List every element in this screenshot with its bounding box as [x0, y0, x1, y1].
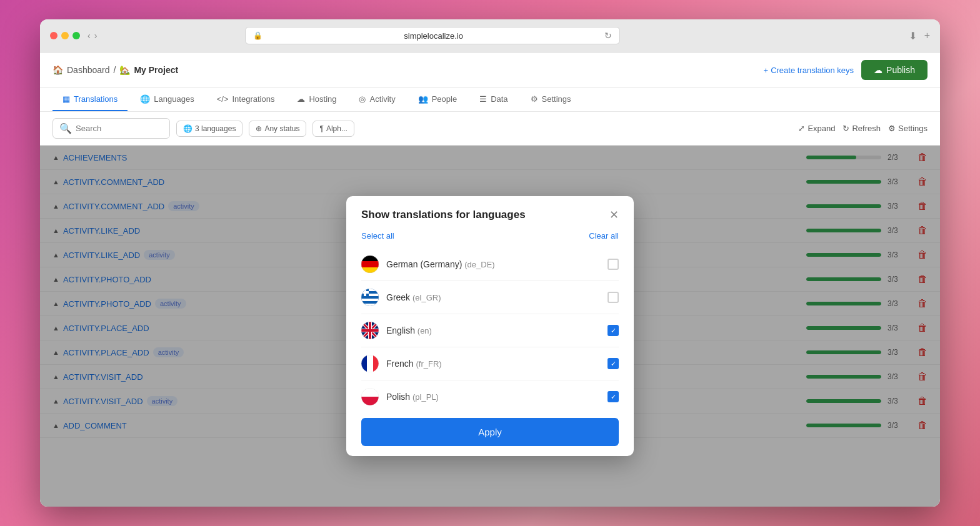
- language-name: English (en): [386, 325, 600, 335]
- svg-rect-15: [361, 301, 379, 304]
- flag-icon: [361, 289, 379, 306]
- modal-title: Show translations for languages: [361, 209, 526, 221]
- create-translation-keys-button[interactable]: + Create translation keys: [764, 66, 854, 75]
- download-icon[interactable]: ⬇: [909, 30, 917, 42]
- hosting-tab-label: Hosting: [309, 94, 336, 104]
- close-button[interactable]: [50, 32, 58, 39]
- language-item[interactable]: French (fr_FR): [361, 347, 619, 380]
- language-name: French (fr_FR): [386, 359, 600, 369]
- refresh-button[interactable]: ↻ Refresh: [842, 124, 881, 133]
- tab-activity[interactable]: ◎ Activity: [349, 88, 405, 111]
- language-code: (en): [418, 326, 432, 335]
- modal-overlay[interactable]: Show translations for languages ✕ Select…: [40, 146, 940, 507]
- language-code: (de_DE): [464, 260, 494, 269]
- select-all-button[interactable]: Select all: [361, 231, 394, 241]
- create-keys-label: Create translation keys: [771, 66, 854, 75]
- people-tab-icon: 👥: [418, 94, 428, 104]
- language-item[interactable]: Polish (pl_PL): [361, 380, 619, 413]
- filter-languages-label: 3 languages: [195, 124, 236, 133]
- language-checkbox[interactable]: [608, 391, 619, 402]
- lock-icon: 🔒: [253, 31, 262, 40]
- filter-globe-icon: 🌐: [183, 124, 192, 133]
- flag-icon: [361, 388, 379, 405]
- activity-tab-label: Activity: [369, 94, 395, 104]
- settings-tab-label: Settings: [542, 94, 571, 104]
- breadcrumb-project-name[interactable]: My Project: [134, 65, 178, 75]
- main-content: ▲ ACHIEVEMENTS 2/3 🗑 ▲ ACTIVITY.COMMENT_…: [40, 146, 940, 507]
- tab-people[interactable]: 👥 People: [408, 88, 467, 111]
- new-tab-icon[interactable]: +: [924, 30, 930, 42]
- settings-tab-icon: ⚙: [531, 94, 538, 104]
- tab-integrations[interactable]: </> Integrations: [207, 88, 285, 111]
- language-item[interactable]: German (Germany) (de_DE): [361, 248, 619, 281]
- data-tab-icon: ☰: [479, 94, 487, 104]
- back-arrow[interactable]: ‹: [88, 31, 91, 41]
- svg-rect-36: [373, 355, 379, 372]
- tab-settings[interactable]: ⚙ Settings: [521, 88, 581, 111]
- language-name: German (Germany) (de_DE): [386, 259, 600, 269]
- svg-rect-30: [361, 329, 379, 332]
- settings-label: Settings: [898, 124, 928, 133]
- activity-tab-icon: ◎: [359, 94, 366, 104]
- flag-icon: [361, 355, 379, 372]
- search-icon: 🔍: [59, 122, 72, 134]
- language-name: Greek (el_GR): [386, 292, 600, 302]
- filter-status-icon: ⊕: [256, 124, 262, 133]
- browser-refresh-icon[interactable]: ↻: [604, 31, 612, 41]
- tab-translations[interactable]: ▦ Translations: [52, 88, 128, 111]
- flag-icon: [361, 322, 379, 339]
- modal-close-button[interactable]: ✕: [609, 209, 619, 221]
- translations-tab-icon: ▦: [62, 94, 70, 104]
- nav-tabs: ▦ Translations 🌐 Languages </> Integrati…: [40, 88, 940, 112]
- tab-hosting[interactable]: ☁ Hosting: [287, 88, 346, 111]
- tab-data[interactable]: ☰ Data: [469, 88, 518, 111]
- clear-all-button[interactable]: Clear all: [589, 231, 619, 241]
- svg-rect-4: [361, 267, 379, 273]
- language-item[interactable]: Greek (el_GR): [361, 281, 619, 314]
- svg-rect-9: [361, 289, 379, 291]
- translations-tab-label: Translations: [74, 94, 118, 104]
- filter-alpha[interactable]: ¶ Alph...: [312, 121, 354, 137]
- filter-alpha-label: Alph...: [326, 124, 348, 133]
- cloud-icon: ☁: [874, 65, 882, 75]
- minimize-button[interactable]: [61, 32, 69, 39]
- publish-button[interactable]: ☁ Publish: [861, 60, 928, 80]
- data-tab-label: Data: [491, 94, 508, 104]
- language-item[interactable]: English (en): [361, 314, 619, 347]
- flag-icon: [361, 256, 379, 273]
- svg-rect-11: [361, 299, 379, 301]
- integrations-tab-icon: </>: [217, 94, 229, 104]
- language-filter-modal: Show translations for languages ✕ Select…: [346, 196, 634, 456]
- language-checkbox[interactable]: [608, 358, 619, 369]
- hosting-tab-icon: ☁: [297, 94, 305, 104]
- breadcrumb-dashboard[interactable]: Dashboard: [67, 65, 110, 75]
- expand-button[interactable]: ⤢ Expand: [798, 124, 835, 133]
- search-box[interactable]: 🔍: [52, 118, 170, 139]
- language-checkbox[interactable]: [608, 325, 619, 336]
- tab-languages[interactable]: 🌐 Languages: [130, 88, 204, 111]
- nav-arrows: ‹ ›: [88, 31, 97, 41]
- apply-button[interactable]: Apply: [361, 418, 619, 446]
- maximize-button[interactable]: [72, 32, 80, 39]
- settings-button[interactable]: ⚙ Settings: [888, 124, 928, 133]
- svg-rect-14: [361, 296, 379, 299]
- svg-rect-34: [361, 355, 367, 372]
- refresh-label: Refresh: [852, 124, 881, 133]
- svg-rect-3: [361, 261, 379, 267]
- language-code: (pl_PL): [412, 392, 439, 402]
- language-checkbox[interactable]: [608, 259, 619, 270]
- address-bar[interactable]: 🔒 simplelocalize.io ↻: [245, 27, 620, 44]
- language-code: (fr_FR): [416, 359, 441, 369]
- filter-alpha-icon: ¶: [319, 124, 323, 133]
- people-tab-label: People: [432, 94, 457, 104]
- plus-icon: +: [764, 66, 769, 75]
- filter-status[interactable]: ⊕ Any status: [249, 121, 306, 137]
- search-input[interactable]: [76, 124, 163, 133]
- svg-rect-41: [361, 397, 379, 405]
- forward-arrow[interactable]: ›: [94, 31, 98, 41]
- language-checkbox[interactable]: [608, 292, 619, 303]
- settings-icon: ⚙: [888, 124, 896, 133]
- expand-label: Expand: [808, 124, 835, 133]
- integrations-tab-label: Integrations: [232, 94, 274, 104]
- filter-languages[interactable]: 🌐 3 languages: [176, 121, 242, 137]
